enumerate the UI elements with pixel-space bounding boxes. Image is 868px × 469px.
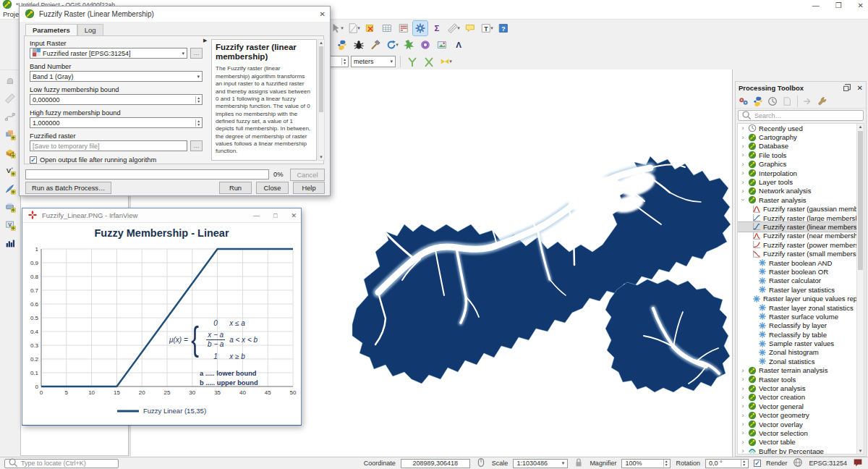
crs-value[interactable]: EPSG:31254: [809, 460, 847, 467]
batch-process-button[interactable]: Run as Batch Process…: [25, 182, 111, 194]
refresh-icon[interactable]: ▾: [385, 38, 399, 52]
expander-icon[interactable]: ›: [740, 187, 746, 195]
statistical-summary-icon[interactable]: Σ: [430, 21, 444, 35]
measure-icon[interactable]: ▾: [446, 21, 461, 35]
results-viewer-icon[interactable]: [780, 95, 793, 108]
metasearch-icon[interactable]: Λ: [451, 38, 466, 52]
expander-icon[interactable]: ›: [740, 412, 746, 419]
add-raster-layer-icon[interactable]: [3, 145, 17, 160]
map-tips-icon[interactable]: [463, 21, 477, 35]
toolbox-item-network-analysis[interactable]: ›Network analysis: [738, 187, 856, 195]
toolbox-search-input[interactable]: Search…: [738, 110, 864, 121]
toolbox-item-vector-general[interactable]: ›Vector general: [738, 402, 856, 410]
toolbox-item-layer-tools[interactable]: ›Layer tools: [738, 177, 856, 186]
snapping-units-combo[interactable]: meters▾: [351, 56, 396, 67]
expander-icon[interactable]: ›: [740, 394, 746, 401]
low-bound-spinner[interactable]: 0,000000▴▾: [30, 94, 203, 105]
dialog-titlebar[interactable]: Fuzzify Raster (Linear Membership) ✕: [20, 7, 330, 22]
toolbox-item-raster-surface-volume[interactable]: Raster surface volume: [738, 312, 856, 321]
rotation-spinner[interactable]: 0,0 °▴▾: [705, 459, 749, 468]
viewer-titlebar[interactable]: Fuzzify_Linear.PNG - IrfanView — □ ✕: [22, 208, 301, 223]
toolbox-item-database[interactable]: ›Database: [738, 142, 856, 151]
expander-icon[interactable]: ›: [740, 151, 746, 159]
help-contents-icon[interactable]: ?: [496, 21, 511, 35]
toolbox-scrollbar[interactable]: ▲▼: [856, 124, 864, 454]
georeferencer-icon[interactable]: [435, 38, 449, 52]
scale-combo[interactable]: 1:1030486▾: [513, 459, 568, 468]
mouse-extent-icon[interactable]: [475, 457, 487, 469]
tab-log[interactable]: Log: [77, 24, 103, 35]
toolbox-item-raster-layer-unique-values-report[interactable]: Raster layer unique values report: [738, 294, 856, 303]
input-raster-combo[interactable]: Fuzzified raster [EPSG:31254]▾: [30, 48, 187, 59]
first-aid-debug-icon[interactable]: [352, 38, 366, 52]
toolbox-item-fuzzify-raster-large-membership[interactable]: Fuzzify raster (large membership): [738, 214, 856, 222]
field-calculator-icon[interactable]: [396, 21, 411, 35]
toolbox-item-interpolation[interactable]: ›Interpolation: [738, 169, 856, 177]
maximize-icon[interactable]: □: [273, 212, 277, 219]
toolbox-item-raster-calculator[interactable]: Raster calculator: [738, 276, 856, 285]
tab-parameters[interactable]: Parameters: [25, 24, 77, 35]
cancel-button[interactable]: Cancel: [290, 169, 325, 181]
help-scrollbar[interactable]: ▲▼: [318, 39, 325, 161]
expander-icon[interactable]: ›: [740, 134, 746, 141]
undock-panel-icon[interactable]: [841, 82, 853, 95]
toolbox-item-fuzzify-raster-gaussian-membership[interactable]: Fuzzify raster (gaussian membership): [738, 205, 856, 214]
toolbox-item-raster-terrain-analysis[interactable]: ›Raster terrain analysis: [738, 366, 856, 375]
expander-icon[interactable]: ›: [740, 385, 746, 392]
toolbox-item-cartography[interactable]: ›Cartography: [738, 132, 856, 141]
toolbox-item-fuzzify-raster-power-membership[interactable]: Fuzzify raster (power membership): [738, 240, 856, 249]
open-output-checkbox[interactable]: ✓: [30, 156, 37, 164]
close-icon[interactable]: ✕: [320, 10, 326, 18]
toolbox-item-reclassify-by-table[interactable]: Reclassify by table: [738, 330, 856, 339]
expander-icon[interactable]: ›: [740, 439, 746, 446]
text-annotation-icon[interactable]: T▾: [480, 21, 494, 35]
toolbox-item-vector-overlay[interactable]: ›Vector overlay: [738, 420, 856, 428]
toolbox-item-recently-used[interactable]: ›Recently used: [738, 124, 856, 132]
add-vector-layer-icon[interactable]: [3, 127, 17, 142]
output-file-input[interactable]: [Save to temporary file]: [30, 140, 187, 151]
models-icon[interactable]: [737, 95, 750, 108]
minimize-icon[interactable]: —: [253, 212, 260, 219]
collapse-help-icon[interactable]: ▶: [203, 38, 207, 43]
pan-gray-icon[interactable]: [3, 73, 17, 88]
add-line-layer-icon[interactable]: [3, 182, 17, 196]
snap-y-icon[interactable]: [405, 54, 420, 69]
add-point-layer-icon[interactable]: V: [3, 164, 17, 178]
crs-globe-icon[interactable]: [792, 457, 804, 469]
toolbox-item-raster-layer-zonal-statistics[interactable]: Raster layer zonal statistics: [738, 303, 856, 312]
expander-icon[interactable]: ›: [740, 124, 746, 132]
select-features-icon[interactable]: ▾: [330, 21, 344, 35]
toolbox-item-reclassify-by-layer[interactable]: Reclassify by layer: [738, 321, 856, 330]
delete-selected-icon[interactable]: [363, 21, 378, 35]
toolbox-item-zonal-histogram[interactable]: Zonal histogram: [738, 348, 856, 357]
toolbox-item-raster-boolean-and[interactable]: Raster boolean AND: [738, 258, 856, 267]
python-console-icon[interactable]: [752, 95, 765, 108]
minimize-icon[interactable]: —: [812, 1, 820, 9]
toolbox-item-fuzzify-raster-small-membership[interactable]: Fuzzify raster (small membership): [738, 249, 856, 258]
input-raster-browse-button[interactable]: …: [190, 48, 203, 59]
output-browse-button[interactable]: …: [190, 140, 203, 151]
toolbox-item-vector-geometry[interactable]: ›Vector geometry: [738, 411, 856, 420]
edit-features-icon[interactable]: [801, 95, 814, 108]
expander-icon[interactable]: ›: [740, 402, 746, 410]
toolbox-item-file-tools[interactable]: ›File tools: [738, 151, 856, 159]
statistics-panel-icon[interactable]: [3, 236, 17, 250]
toolbox-item-vector-analysis[interactable]: ›Vector analysis: [738, 384, 856, 392]
locator-input[interactable]: Type to locate (Ctrl+K): [4, 459, 119, 468]
high-bound-spinner[interactable]: 1,000000▴▾: [30, 117, 203, 128]
close-button[interactable]: Close: [256, 182, 289, 194]
help-button[interactable]: Help: [293, 182, 325, 194]
render-checkbox[interactable]: ✓: [754, 460, 761, 467]
expander-icon[interactable]: ›: [739, 197, 746, 203]
toolbox-item-fuzzify-raster-near-membership[interactable]: Fuzzify raster (near membership): [738, 232, 856, 240]
expander-icon[interactable]: ›: [740, 169, 746, 177]
processing-toolbox-icon[interactable]: [413, 21, 427, 35]
toolbox-item-zonal-statistics[interactable]: Zonal statistics: [738, 357, 856, 366]
python-console-icon[interactable]: [335, 38, 349, 52]
coordinate-input[interactable]: 208989,306418: [401, 459, 470, 468]
toolbox-item-fuzzify-raster-linear-membership[interactable]: Fuzzify raster (linear membership): [738, 222, 856, 231]
expander-icon[interactable]: ›: [740, 447, 746, 454]
toolbox-item-vector-creation[interactable]: ›Vector creation: [738, 393, 856, 402]
toolbox-item-vector-table[interactable]: ›Vector table: [738, 438, 856, 447]
deselect-features-icon[interactable]: ▾: [346, 21, 361, 35]
